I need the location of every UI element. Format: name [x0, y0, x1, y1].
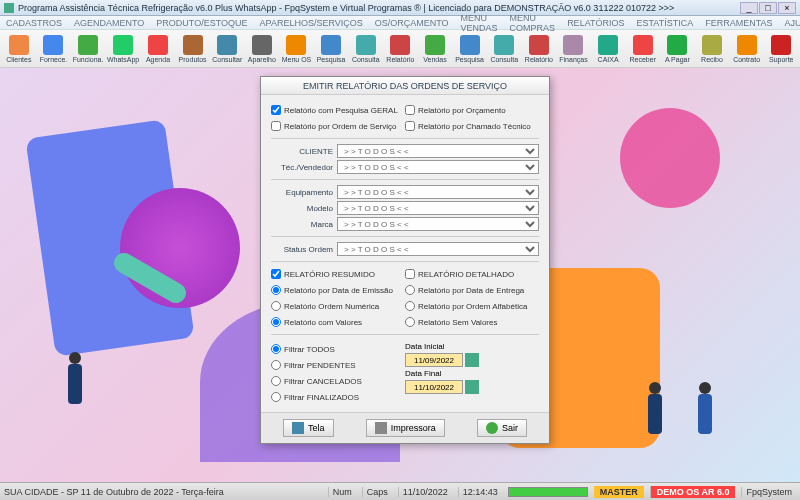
- toolbar-icon: [356, 35, 376, 55]
- modelo-select[interactable]: > > T O D O S < <: [337, 201, 539, 215]
- exit-icon: [486, 422, 498, 434]
- calendar-icon[interactable]: [465, 380, 479, 394]
- menubar: CADASTROSAGENDAMENTOPRODUTO/ESTOQUEAPARE…: [0, 16, 800, 30]
- r-semvalores[interactable]: [405, 317, 415, 327]
- chk-ordem-servico[interactable]: [271, 121, 281, 131]
- r-numerica[interactable]: [271, 301, 281, 311]
- calendar-icon[interactable]: [465, 353, 479, 367]
- window-titlebar: Programa Assistência Técnica Refrigeraçã…: [0, 0, 800, 16]
- r-comvalores[interactable]: [271, 317, 281, 327]
- data-inicial-input[interactable]: [405, 353, 463, 367]
- menu-os/orçamento[interactable]: OS/ORÇAMENTO: [375, 18, 449, 28]
- toolbar-icon: [598, 35, 618, 55]
- chk-chamado-tecnico[interactable]: [405, 121, 415, 131]
- menu-ajuda[interactable]: AJUDA: [785, 18, 801, 28]
- toolbar-a pagar[interactable]: A Pagar: [661, 31, 695, 67]
- toolbar-receber[interactable]: Receber: [626, 31, 660, 67]
- status-location: SUA CIDADE - SP 11 de Outubro de 2022 - …: [4, 487, 224, 497]
- menu-agendamento[interactable]: AGENDAMENTO: [74, 18, 144, 28]
- r-alfabetica[interactable]: [405, 301, 415, 311]
- status-select[interactable]: > > T O D O S < <: [337, 242, 539, 256]
- toolbar-produtos[interactable]: Produtos: [176, 31, 210, 67]
- toolbar-icon: [771, 35, 791, 55]
- toolbar-consultar[interactable]: Consultar: [210, 31, 244, 67]
- toolbar-icon: [321, 35, 341, 55]
- toolbar-vendas[interactable]: Vendas: [418, 31, 452, 67]
- toolbar-pesquisa[interactable]: Pesquisa: [453, 31, 487, 67]
- dialog-title: EMITIR RELATÓRIO DAS ORDENS DE SERVIÇO: [261, 77, 549, 95]
- toolbar-icon: [183, 35, 203, 55]
- toolbar-agenda[interactable]: Agenda: [141, 31, 175, 67]
- impressora-button[interactable]: Impressora: [366, 419, 445, 437]
- chk-orcamento[interactable]: [405, 105, 415, 115]
- filtrar-todos[interactable]: [271, 344, 281, 354]
- r-emissao[interactable]: [271, 285, 281, 295]
- sair-button[interactable]: Sair: [477, 419, 527, 437]
- person-illustration: [60, 352, 90, 422]
- r-entrega[interactable]: [405, 285, 415, 295]
- toolbar-recibo[interactable]: Recibo: [695, 31, 729, 67]
- minimize-button[interactable]: _: [740, 2, 758, 14]
- filtrar-finalizados[interactable]: [271, 392, 281, 402]
- filtrar-pendentes[interactable]: [271, 360, 281, 370]
- chk-detalhado[interactable]: [405, 269, 415, 279]
- status-master: MASTER: [594, 486, 644, 498]
- tela-button[interactable]: Tela: [283, 419, 334, 437]
- person-illustration: [640, 382, 670, 452]
- toolbar-relatório[interactable]: Relatório: [384, 31, 418, 67]
- filtrar-cancelados[interactable]: [271, 376, 281, 386]
- toolbar-icon: [563, 35, 583, 55]
- workspace: EMITIR RELATÓRIO DAS ORDENS DE SERVIÇO R…: [0, 68, 800, 482]
- person-illustration: [690, 382, 720, 452]
- menu-menu vendas[interactable]: MENU VENDAS: [461, 13, 498, 33]
- toolbar-icon: [390, 35, 410, 55]
- marca-select[interactable]: > > T O D O S < <: [337, 217, 539, 231]
- menu-menu compras[interactable]: MENU COMPRAS: [510, 13, 556, 33]
- data-final-input[interactable]: [405, 380, 463, 394]
- bg-decoration: [620, 108, 720, 208]
- tecvend-select[interactable]: > > T O D O S < <: [337, 160, 539, 174]
- toolbar-contrato[interactable]: Contrato: [730, 31, 764, 67]
- menu-cadastros[interactable]: CADASTROS: [6, 18, 62, 28]
- close-button[interactable]: ×: [778, 2, 796, 14]
- chk-pesquisa-geral[interactable]: [271, 105, 281, 115]
- toolbar-menu os[interactable]: Menu OS: [280, 31, 314, 67]
- toolbar-consulta[interactable]: Consulta: [487, 31, 521, 67]
- toolbar-icon: [494, 35, 514, 55]
- toolbar-whatsapp[interactable]: WhatsApp: [106, 31, 140, 67]
- menu-relatórios[interactable]: RELATÓRIOS: [567, 18, 624, 28]
- toolbar-finanças[interactable]: Finanças: [557, 31, 591, 67]
- toolbar-icon: [737, 35, 757, 55]
- toolbar-fornece[interactable]: Fornece.: [37, 31, 71, 67]
- toolbar-icon: [286, 35, 306, 55]
- printer-icon: [375, 422, 387, 434]
- app-icon: [4, 3, 14, 13]
- status-num: Num: [328, 487, 356, 497]
- toolbar-icon: [78, 35, 98, 55]
- statusbar: SUA CIDADE - SP 11 de Outubro de 2022 - …: [0, 482, 800, 500]
- toolbar-suporte[interactable]: Suporte: [764, 31, 798, 67]
- menu-ferramentas[interactable]: FERRAMENTAS: [705, 18, 772, 28]
- toolbar-pesquisa[interactable]: Pesquisa: [314, 31, 348, 67]
- toolbar-icon: [113, 35, 133, 55]
- toolbar-caixa[interactable]: CAIXA: [591, 31, 625, 67]
- cliente-select[interactable]: > > T O D O S < <: [337, 144, 539, 158]
- screen-icon: [292, 422, 304, 434]
- status-time: 12:14:43: [458, 487, 502, 497]
- maximize-button[interactable]: □: [759, 2, 777, 14]
- menu-produto/estoque[interactable]: PRODUTO/ESTOQUE: [156, 18, 247, 28]
- menu-estatística[interactable]: ESTATÍSTICA: [636, 18, 693, 28]
- toolbar-icon: [148, 35, 168, 55]
- toolbar-relatório[interactable]: Relatório: [522, 31, 556, 67]
- toolbar-consulta[interactable]: Consulta: [349, 31, 383, 67]
- chk-resumido[interactable]: [271, 269, 281, 279]
- equip-select[interactable]: > > T O D O S < <: [337, 185, 539, 199]
- toolbar-aparelho[interactable]: Aparelho: [245, 31, 279, 67]
- status-brand: FpqSystem: [741, 487, 796, 497]
- toolbar-clientes[interactable]: Clientes: [2, 31, 36, 67]
- main-toolbar: ClientesFornece.Funciona.WhatsAppAgendaP…: [0, 30, 800, 68]
- toolbar-icon: [252, 35, 272, 55]
- toolbar-icon: [9, 35, 29, 55]
- toolbar-funciona[interactable]: Funciona.: [71, 31, 105, 67]
- menu-aparelhos/serviços[interactable]: APARELHOS/SERVIÇOS: [260, 18, 363, 28]
